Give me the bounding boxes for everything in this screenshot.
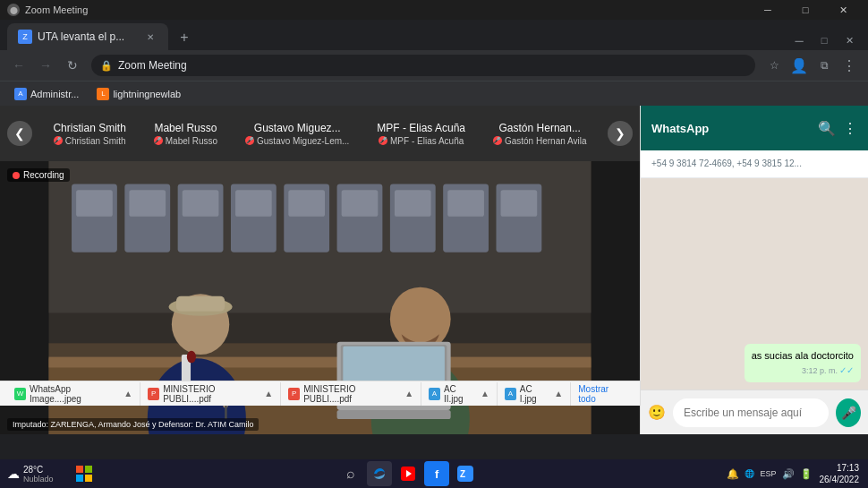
download-item-3[interactable]: P MINISTERIO PUBLI....pdf ▲ bbox=[281, 382, 421, 406]
video-caption: Imputado: ZARLENGA, Armando José y Defen… bbox=[7, 418, 259, 431]
download-item-4[interactable]: A AC II.jpg ▲ bbox=[421, 382, 498, 406]
close-button[interactable]: ✕ bbox=[825, 0, 861, 20]
participant-gaston-hernan[interactable]: Gastón Hernan... 🎤 Gastón Hernan Avila bbox=[488, 118, 592, 150]
svg-rect-40 bbox=[85, 466, 92, 473]
participant-mpf-elias[interactable]: MPF - Elias Acuña 🎤 MPF - Elias Acuña bbox=[371, 118, 471, 150]
download-label-4: AC II.jpg bbox=[444, 384, 475, 404]
download-icon-5: A bbox=[505, 388, 516, 400]
participant-name-2: Mabel Russo bbox=[154, 122, 217, 134]
weather-text: 28°C Nublado bbox=[23, 465, 54, 484]
whatsapp-message-input[interactable] bbox=[673, 398, 829, 427]
title-bar-left: ⬤ Zoom Meeting bbox=[7, 4, 88, 16]
bookmark-item-1[interactable]: A Administr... bbox=[7, 86, 86, 102]
main-area: ❮ Christian Smith 🎤 Christian Smith Mabe… bbox=[0, 106, 868, 434]
profile-button[interactable]: 👤 bbox=[787, 54, 811, 77]
taskbar-network-icon[interactable]: 🌐 bbox=[743, 469, 756, 478]
refresh-button[interactable]: ↻ bbox=[61, 54, 84, 77]
show-all-downloads-button[interactable]: Mostrar todo bbox=[571, 384, 633, 404]
whatsapp-search-button[interactable]: 🔍 bbox=[818, 120, 836, 137]
zoom-prev-button[interactable]: ❮ bbox=[7, 121, 32, 146]
message-time-1: 3:12 p. m. ✓✓ bbox=[752, 364, 854, 377]
participant-sub-1: 🎤 Christian Smith bbox=[54, 136, 126, 146]
title-bar: ⬤ Zoom Meeting ─ □ ✕ bbox=[0, 0, 868, 20]
back-button[interactable]: ← bbox=[7, 54, 30, 77]
message-read-ticks-1: ✓✓ bbox=[839, 364, 854, 377]
start-button[interactable] bbox=[72, 461, 97, 486]
taskbar: ☁ 28°C Nublado ⌕ f Z 🔔 🌐 ESP bbox=[0, 459, 868, 488]
taskbar-volume-icon[interactable]: 🔊 bbox=[780, 468, 796, 480]
clock-date: 26/4/2022 bbox=[820, 474, 860, 485]
taskbar-weather: ☁ 28°C Nublado bbox=[0, 465, 72, 484]
whatsapp-sidebar: WhatsApp 🔍 ⋮ +54 9 3814 72-4669, +54 9 3… bbox=[640, 106, 868, 434]
participant-christian-smith[interactable]: Christian Smith 🎤 Christian Smith bbox=[47, 118, 131, 150]
browser-minimize-button[interactable]: ─ bbox=[787, 30, 811, 50]
download-arrow-4[interactable]: ▲ bbox=[481, 389, 489, 398]
download-arrow-1[interactable]: ▲ bbox=[123, 389, 132, 398]
participant-name-1: Christian Smith bbox=[53, 122, 125, 134]
download-item-1[interactable]: W WhatsApp Image....jpeg ▲ bbox=[7, 382, 140, 406]
download-icon-3: P bbox=[288, 388, 300, 400]
download-bar: W WhatsApp Image....jpeg ▲ P MINISTERIO … bbox=[0, 381, 640, 406]
taskbar-edge-icon[interactable] bbox=[367, 461, 392, 486]
maximize-button[interactable]: □ bbox=[787, 0, 823, 20]
download-item-5[interactable]: A AC I.jpg ▲ bbox=[498, 382, 571, 406]
title-bar-title: Zoom Meeting bbox=[25, 4, 88, 15]
taskbar-language-badge: ESP bbox=[758, 469, 778, 478]
participant-subname-1: Christian Smith bbox=[65, 136, 126, 146]
taskbar-clock: 17:13 26/4/2022 bbox=[816, 462, 864, 485]
download-arrow-2[interactable]: ▲ bbox=[264, 389, 273, 398]
extensions-button[interactable]: ⧉ bbox=[813, 54, 836, 77]
download-item-2[interactable]: P MINISTERIO PUBLI....pdf ▲ bbox=[140, 382, 281, 406]
participant-subname-2: Mabel Russo bbox=[166, 136, 217, 146]
browser-close-button[interactable]: ✕ bbox=[838, 30, 861, 50]
whatsapp-input-area: 🙂 🎤 bbox=[641, 390, 868, 434]
download-arrow-5[interactable]: ▲ bbox=[554, 389, 563, 398]
download-icon-2: P bbox=[148, 388, 159, 400]
browser-maximize-button[interactable]: □ bbox=[813, 30, 836, 50]
weather-condition: Nublado bbox=[23, 475, 54, 484]
menu-button[interactable]: ⋮ bbox=[838, 54, 861, 77]
svg-text:Z: Z bbox=[460, 469, 465, 479]
taskbar-right: 🔔 🌐 ESP 🔊 🔋 17:13 26/4/2022 bbox=[719, 462, 868, 485]
title-bar-icons: ⬤ bbox=[7, 4, 20, 16]
participant-gustavo-miguez[interactable]: Gustavo Miguez... 🎤 Gustavo Miguez-Lem..… bbox=[240, 118, 354, 150]
zoom-participants-list: Christian Smith 🎤 Christian Smith Mabel … bbox=[32, 118, 608, 150]
participant-mic-3: 🎤 bbox=[245, 136, 254, 145]
participant-mic-1: 🎤 bbox=[54, 136, 63, 145]
whatsapp-more-button[interactable]: ⋮ bbox=[843, 120, 857, 137]
emoji-button[interactable]: 🙂 bbox=[648, 404, 666, 421]
browser-tab-active[interactable]: Z UTA levanta el p... ✕ bbox=[7, 23, 168, 50]
taskbar-search-icon[interactable]: ⌕ bbox=[338, 461, 363, 486]
taskbar-notification-icon[interactable]: 🔔 bbox=[725, 468, 741, 480]
star-button[interactable]: ☆ bbox=[762, 54, 786, 77]
tab-favicon: Z bbox=[18, 30, 32, 44]
taskbar-youtube-icon[interactable] bbox=[396, 461, 421, 486]
download-label-5: AC I.jpg bbox=[520, 384, 549, 404]
bookmark-label-2: lightningnewlab bbox=[113, 89, 181, 99]
minimize-button[interactable]: ─ bbox=[750, 0, 786, 20]
zoom-next-button[interactable]: ❯ bbox=[608, 121, 633, 146]
title-bar-controls: ─ □ ✕ bbox=[750, 0, 861, 20]
taskbar-battery-icon: 🔋 bbox=[798, 468, 814, 480]
recording-text: Recording bbox=[23, 170, 64, 180]
tab-close-button[interactable]: ✕ bbox=[143, 30, 157, 44]
forward-button[interactable]: → bbox=[34, 54, 57, 77]
download-icon-1: W bbox=[14, 388, 26, 400]
download-arrow-3[interactable]: ▲ bbox=[404, 389, 413, 398]
whatsapp-title: WhatsApp bbox=[651, 122, 709, 135]
download-icon-4: A bbox=[429, 388, 440, 400]
nav-actions: ☆ 👤 ⧉ ⋮ bbox=[762, 54, 861, 77]
participant-mabel-russo[interactable]: Mabel Russo 🎤 Mabel Russo bbox=[149, 118, 223, 150]
browser-chrome: Z UTA levanta el p... ✕ + ─ □ ✕ ← → ↻ 🔒 … bbox=[0, 20, 868, 81]
message-timestamp-1: 3:12 p. m. bbox=[802, 365, 838, 377]
taskbar-facebook-icon[interactable]: f bbox=[424, 461, 449, 486]
participant-mic-5: 🎤 bbox=[493, 136, 502, 145]
bookmark-favicon-1: A bbox=[14, 88, 27, 100]
new-tab-button[interactable]: + bbox=[172, 25, 197, 50]
whatsapp-mic-button[interactable]: 🎤 bbox=[836, 398, 861, 427]
address-bar[interactable]: 🔒 Zoom Meeting bbox=[91, 55, 755, 76]
taskbar-zoom-taskbar-icon[interactable]: Z bbox=[453, 461, 478, 486]
download-label-2: MINISTERIO PUBLI....pdf bbox=[163, 384, 259, 404]
download-label-1: WhatsApp Image....jpeg bbox=[30, 384, 118, 404]
bookmark-item-2[interactable]: L lightningnewlab bbox=[89, 86, 188, 102]
